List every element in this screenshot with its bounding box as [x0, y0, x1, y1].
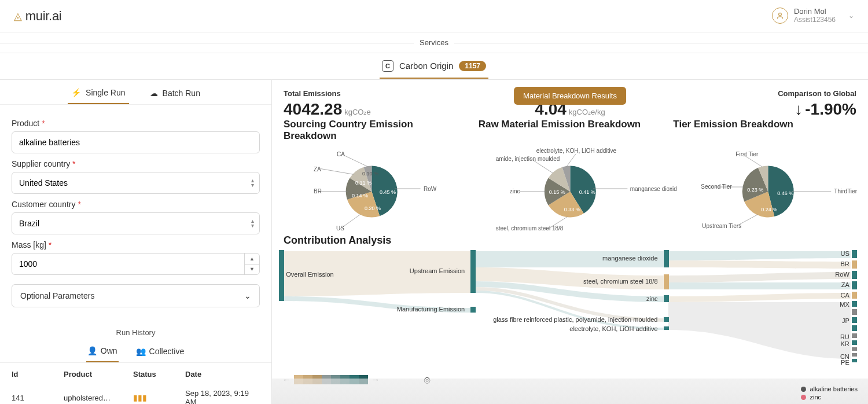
- pie-label: US: [336, 225, 344, 232]
- customer-country-select[interactable]: [12, 212, 260, 234]
- sankey-node: [664, 274, 669, 289]
- mass-field-label: Mass [kg] *: [12, 240, 260, 249]
- mass-step-down[interactable]: ▼: [245, 265, 259, 275]
- sankey-label: RoW: [835, 271, 849, 278]
- product-input[interactable]: [12, 131, 260, 153]
- metric-compare-label: Comparison to Global: [677, 89, 856, 98]
- supplier-field-label: Supplier country *: [12, 159, 260, 168]
- carbon-origin-icon: C: [382, 60, 393, 72]
- status-running-icon: ▮▮▮: [133, 393, 185, 402]
- sankey-label: Upstream Emission: [410, 267, 465, 274]
- sankey-label: Overall Emission: [286, 271, 334, 278]
- pie-label: First Tier: [735, 151, 758, 157]
- sankey-node: [279, 250, 284, 301]
- pie-sourcing-country: RoW US BR ZA CA 0.45 % 0.20 % 0.14 % 0.1…: [274, 145, 469, 232]
- tab-history-collective-label: Collective: [149, 347, 185, 356]
- sankey-node: [852, 333, 857, 338]
- services-bar: Services: [0, 32, 868, 53]
- tab-carbon-origin[interactable]: C Carbon Origin 1157: [380, 54, 488, 79]
- product-field-label: Product *: [12, 119, 260, 128]
- chevron-down-icon: ⌄: [244, 291, 251, 300]
- svg-line-10: [567, 154, 576, 167]
- sankey-node: [470, 250, 476, 293]
- person-icon: 👤: [87, 346, 97, 355]
- select-updown-icon: ▴▾: [251, 219, 254, 228]
- pie-label: CA: [337, 151, 345, 157]
- sankey-label: RU: [840, 333, 849, 340]
- sankey-node: [470, 307, 476, 313]
- chevron-down-icon: ⌄: [848, 12, 854, 20]
- map-legend: alkaline batteries zinc: [801, 385, 858, 402]
- brand-name: muir.ai: [25, 9, 62, 24]
- services-label: Services: [414, 38, 454, 47]
- sankey-label: PE: [841, 359, 849, 366]
- sankey-node: [664, 295, 669, 302]
- sankey-node: [852, 260, 857, 269]
- sankey-label: Manufacturing Emission: [397, 306, 465, 313]
- legend-label: alkaline batteries: [810, 385, 858, 392]
- mass-step-up[interactable]: ▲: [245, 254, 259, 265]
- metric-total-label: Total Emissions: [284, 89, 463, 98]
- col-date: Date: [185, 370, 260, 379]
- sankey-chart: Overall Emission Upstream Emission Manuf…: [278, 250, 862, 372]
- tab-history-own[interactable]: 👤 Own: [86, 343, 119, 362]
- pie-label: electrolyte, KOH, LiOH additive: [536, 148, 616, 154]
- run-history-title: Run History: [0, 328, 271, 337]
- col-id: Id: [12, 370, 64, 379]
- results-panel: Material Breakdown Results Total Emissio…: [272, 80, 868, 404]
- metric-factor-unit: kgCO₂e/kg: [569, 108, 605, 116]
- title-tier: Tier Emission Breakdown: [673, 119, 856, 142]
- sankey-node: [852, 359, 857, 362]
- world-map[interactable]: [272, 379, 868, 404]
- svg-line-4: [320, 168, 353, 174]
- sankey-label: BR: [841, 260, 849, 267]
- sankey-node: [852, 292, 857, 299]
- supplier-country-select[interactable]: [12, 172, 260, 194]
- user-menu[interactable]: Dorin Mol Assist123456 ⌄: [772, 8, 854, 24]
- sankey-node: [852, 347, 857, 351]
- app-header: ◬ muir.ai Dorin Mol Assist123456 ⌄: [0, 0, 868, 32]
- breakdown-titles: Sourcing Country Emission Breakdown Raw …: [272, 119, 868, 142]
- tab-single-run[interactable]: ⚡ Single Run: [68, 88, 129, 104]
- carbon-origin-count-badge: 1157: [459, 61, 486, 71]
- title-sourcing: Sourcing Country Emission Breakdown: [284, 119, 467, 142]
- col-product: Product: [64, 370, 133, 379]
- pie-label: manganese dioxid: [630, 186, 677, 192]
- avatar-icon: [772, 8, 788, 24]
- sankey-node: [852, 309, 857, 315]
- tab-single-run-label: Single Run: [86, 88, 126, 97]
- legend-dot-icon: [801, 387, 806, 392]
- legend-label: zinc: [810, 394, 821, 401]
- history-table-row[interactable]: 141 upholstered… ▮▮▮ Sep 18, 2023, 9:19 …: [0, 383, 271, 404]
- tab-carbon-origin-label: Carbon Origin: [399, 61, 453, 71]
- optional-parameters-toggle[interactable]: Optional Parameters ⌄: [12, 284, 260, 307]
- sankey-node: [852, 271, 857, 279]
- down-arrow-icon: ↓: [795, 100, 803, 119]
- tab-batch-run[interactable]: ☁ Batch Run: [146, 88, 204, 104]
- history-tabs: 👤 Own 👥 Collective: [0, 343, 271, 363]
- cell-product: upholstered…: [64, 394, 133, 402]
- run-tabs: ⚡ Single Run ☁ Batch Run: [0, 80, 271, 105]
- sankey-node: [664, 326, 669, 330]
- pie-label: Second Tier: [701, 183, 731, 190]
- sankey-label: ZA: [841, 281, 849, 288]
- optional-parameters-label: Optional Parameters: [20, 291, 94, 300]
- sankey-label: MX: [840, 301, 849, 308]
- sankey-node: [664, 317, 669, 322]
- sankey-label: glass fibre reinforced plastic, polyamid…: [493, 316, 657, 323]
- pie-label: RoW: [424, 186, 436, 192]
- svg-line-14: [745, 156, 763, 167]
- customer-field-label: Customer country *: [12, 200, 260, 209]
- pie-charts-row: RoW US BR ZA CA 0.45 % 0.20 % 0.14 % 0.1…: [272, 142, 868, 232]
- mass-input[interactable]: [12, 253, 260, 275]
- history-table-header: Id Product Status Date: [0, 363, 271, 383]
- metric-compare-value: -1.90%: [805, 100, 856, 119]
- metric-total-value: 4042.28: [284, 100, 342, 119]
- pie-raw-material: manganese dioxid steel, chromium steel 1…: [473, 145, 668, 232]
- select-updown-icon: ▴▾: [251, 178, 254, 188]
- sankey-node: [852, 250, 857, 258]
- tab-history-collective[interactable]: 👥 Collective: [135, 343, 186, 362]
- pie-label: BR: [314, 188, 322, 194]
- pie-label: steel, chromium steel 18/8: [496, 225, 564, 232]
- brand-logo[interactable]: ◬ muir.ai: [14, 9, 61, 24]
